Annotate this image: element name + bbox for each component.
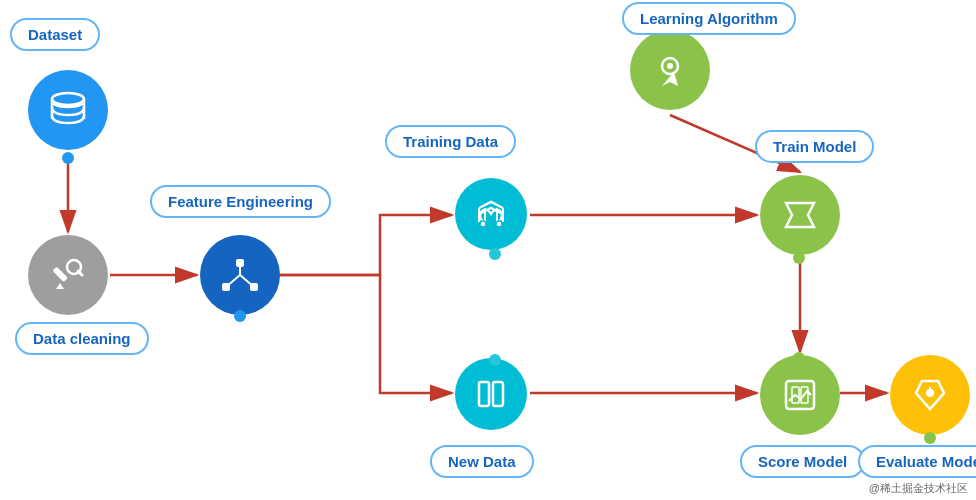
dataset-node (28, 70, 108, 150)
svg-rect-27 (479, 382, 489, 406)
svg-rect-11 (52, 267, 68, 283)
evaluate-model-node (890, 355, 970, 435)
feature-engineering-dot (234, 310, 246, 322)
training-data-dot (489, 248, 501, 260)
train-model-node (760, 175, 840, 255)
feature-engineering-label: Feature Engineering (150, 185, 331, 218)
dataset-dot (62, 152, 74, 164)
svg-rect-14 (236, 259, 244, 267)
train-model-label: Train Model (755, 130, 874, 163)
learning-algorithm-label: Learning Algorithm (622, 2, 796, 35)
score-model-node (760, 355, 840, 435)
feature-engineering-node (200, 235, 280, 315)
evaluate-model-label: Evaluate Model (858, 445, 976, 478)
new-data-dot (489, 354, 501, 366)
learning-algorithm-node (630, 30, 710, 110)
diagram-container: Dataset Data cleaning Feature Engineerin… (0, 0, 976, 500)
dataset-label: Dataset (10, 18, 100, 51)
svg-point-25 (480, 221, 486, 227)
svg-point-8 (52, 93, 84, 105)
data-cleaning-node (28, 235, 108, 315)
data-cleaning-label: Data cleaning (15, 322, 149, 355)
svg-line-13 (78, 271, 82, 275)
score-model-dot (793, 352, 805, 364)
svg-line-18 (226, 275, 240, 287)
new-data-node (455, 358, 527, 430)
training-data-node (455, 178, 527, 250)
svg-rect-28 (493, 382, 503, 406)
new-data-label: New Data (430, 445, 534, 478)
svg-line-19 (240, 275, 254, 287)
svg-point-32 (667, 63, 673, 69)
training-data-label: Training Data (385, 125, 516, 158)
score-model-label: Score Model (740, 445, 865, 478)
watermark: @稀土掘金技术社区 (869, 481, 968, 496)
svg-point-36 (926, 389, 934, 397)
evaluate-model-dot (924, 432, 936, 444)
train-model-dot (793, 252, 805, 264)
svg-point-26 (496, 221, 502, 227)
